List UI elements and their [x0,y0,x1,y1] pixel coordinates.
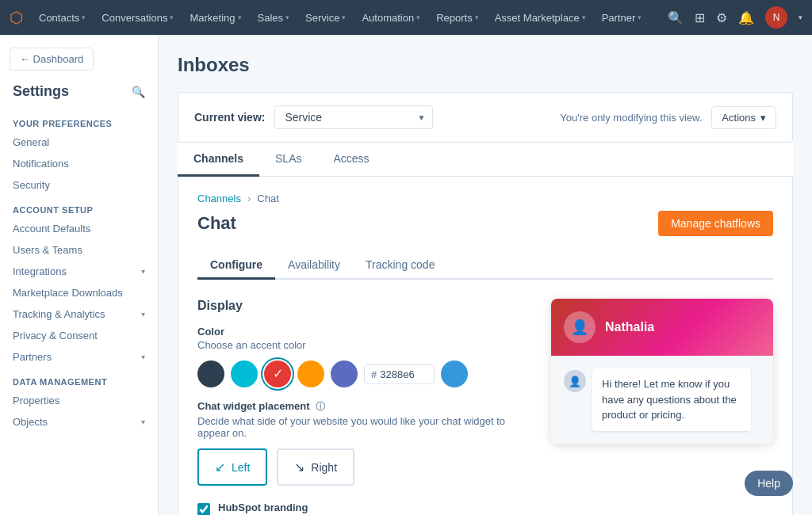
manage-chatflows-button[interactable]: Manage chatflows [658,211,773,236]
placement-section: Chat widget placement ⓘ Decide what side… [197,400,526,486]
sub-tab-bar: Configure Availability Tracking code [197,252,773,280]
marketing-chevron-icon: ▾ [238,13,242,21]
branding-checkbox-wrapper [197,503,210,515]
apps-icon[interactable]: ⊞ [695,10,705,25]
sub-tab-configure[interactable]: Configure [197,252,275,280]
swatch-red[interactable]: ✓ [264,360,291,387]
sidebar-item-objects[interactable]: Objects ▾ [0,411,158,433]
nav-partner[interactable]: Partner ▾ [596,9,649,27]
actions-button[interactable]: Actions ▾ [711,106,776,129]
nav-conversations[interactable]: Conversations ▾ [95,9,180,27]
preview-msg-avatar: 👤 [564,370,586,392]
current-view-label: Current view: [194,111,265,124]
help-button[interactable]: Help [745,471,793,496]
main-content: Inboxes Current view: Service Sales You'… [159,35,812,515]
breadcrumb: Channels › Chat [197,193,773,204]
sidebar-item-tracking-analytics[interactable]: Tracking & Analytics ▾ [0,303,158,325]
swatch-orange[interactable] [297,360,324,387]
page-title: Inboxes [178,54,793,76]
sidebar-item-account-defaults[interactable]: Account Defaults [0,218,158,239]
color-desc: Choose an accent color [197,339,526,351]
sales-chevron-icon: ▾ [285,13,289,21]
chat-header: Chat Manage chatflows [197,211,773,236]
sidebar-section-account: Account Setup [0,196,158,218]
automation-chevron-icon: ▾ [416,13,420,21]
content-panel: Channels › Chat Chat Manage chatflows Co… [178,177,793,515]
placement-left-option[interactable]: ↙ Left [197,448,267,486]
hex-symbol: # [371,368,377,380]
swatch-purple[interactable] [331,360,358,387]
preview-bubble: Hi there! Let me know if you have any qu… [592,368,751,431]
preview-message: 👤 Hi there! Let me know if you have any … [564,368,760,431]
branding-text: HubSpot branding Show HubSpot branding o… [218,502,479,515]
partners-chevron-icon: ▾ [141,353,145,361]
placement-right-option[interactable]: ↘ Right [277,448,354,486]
left-column: Display Color Choose an accent color ✓ [197,299,526,515]
right-column: 👤 Nathalia 👤 Hi there! Let me know if yo… [551,299,773,515]
display-section: Display Color Choose an accent color ✓ [197,299,526,515]
color-field: Color Choose an accent color ✓ [197,326,526,387]
settings-icon[interactable]: ⚙ [716,10,727,25]
tracking-analytics-chevron-icon: ▾ [141,310,145,319]
objects-chevron-icon: ▾ [141,418,145,426]
search-icon[interactable]: 🔍 [668,10,684,25]
top-nav: ⬡ Contacts ▾ Conversations ▾ Marketing ▾… [0,0,812,35]
branding-checkbox[interactable] [197,503,210,515]
sidebar: ← Dashboard Settings 🔍 Your Preferences … [0,35,159,515]
sidebar-item-notifications[interactable]: Notifications [0,153,158,174]
sidebar-item-general[interactable]: General [0,132,158,153]
integrations-chevron-icon: ▾ [141,267,145,276]
nav-icons: 🔍 ⊞ ⚙ 🔔 N ▾ [668,6,802,29]
branding-label: HubSpot branding [218,502,479,513]
tab-access[interactable]: Access [317,143,385,177]
preview-body: 👤 Hi there! Let me know if you have any … [551,356,773,444]
two-column-layout: Display Color Choose an accent color ✓ [197,299,773,515]
sidebar-item-marketplace-downloads[interactable]: Marketplace Downloads [0,282,158,303]
nav-reports[interactable]: Reports ▾ [430,9,485,27]
nav-service[interactable]: Service ▾ [299,9,352,27]
avatar-icon: 👤 [571,319,588,336]
actions-chevron-icon: ▾ [760,112,766,124]
nav-asset-marketplace[interactable]: Asset Marketplace ▾ [488,9,592,27]
sidebar-item-privacy-consent[interactable]: Privacy & Consent [0,325,158,346]
notifications-icon[interactable]: 🔔 [738,10,754,25]
breadcrumb-parent[interactable]: Channels [197,193,241,204]
hex-input-wrapper: # [364,364,435,384]
sidebar-item-security[interactable]: Security [0,174,158,196]
preview-agent-name: Nathalia [605,320,654,334]
sub-tab-availability[interactable]: Availability [275,252,353,280]
sidebar-item-users-teams[interactable]: Users & Teams [0,239,158,261]
hex-input[interactable] [380,368,427,380]
sidebar-item-integrations[interactable]: Integrations ▾ [0,261,158,282]
sub-tab-tracking-code[interactable]: Tracking code [353,252,447,280]
hubspot-logo[interactable]: ⬡ [10,8,23,27]
nav-contacts[interactable]: Contacts ▾ [33,9,92,27]
sidebar-title: Settings 🔍 [0,83,158,100]
conversations-chevron-icon: ▾ [170,13,174,21]
tab-channels[interactable]: Channels [178,143,259,177]
reports-chevron-icon: ▾ [475,13,479,21]
preview-header: 👤 Nathalia [551,299,773,356]
placement-options: ↙ Left ↘ Right [197,448,526,486]
tab-slas[interactable]: SLAs [259,143,317,177]
swatch-dark-blue[interactable] [197,360,224,387]
nav-sales[interactable]: Sales ▾ [251,9,297,27]
placement-label: Chat widget placement ⓘ [197,400,526,414]
sidebar-item-properties[interactable]: Properties [0,390,158,411]
nav-marketing[interactable]: Marketing ▾ [183,9,247,27]
main-layout: ← Dashboard Settings 🔍 Your Preferences … [0,35,812,515]
view-select-wrapper: Service Sales [274,105,433,129]
msg-avatar-icon: 👤 [569,376,581,387]
nav-automation[interactable]: Automation ▾ [355,9,427,27]
color-label: Color [197,326,526,338]
sidebar-section-data-management: Data Management [0,368,158,390]
back-to-dashboard-button[interactable]: ← Dashboard [10,48,94,71]
account-chevron-icon: ▾ [799,13,802,21]
avatar[interactable]: N [765,6,787,29]
swatch-apply[interactable] [441,360,468,387]
left-arrow-icon: ↙ [215,460,225,475]
sidebar-search-icon[interactable]: 🔍 [132,86,145,98]
current-view-select[interactable]: Service Sales [274,105,433,129]
sidebar-item-partners[interactable]: Partners ▾ [0,346,158,368]
swatch-teal[interactable] [231,360,258,387]
